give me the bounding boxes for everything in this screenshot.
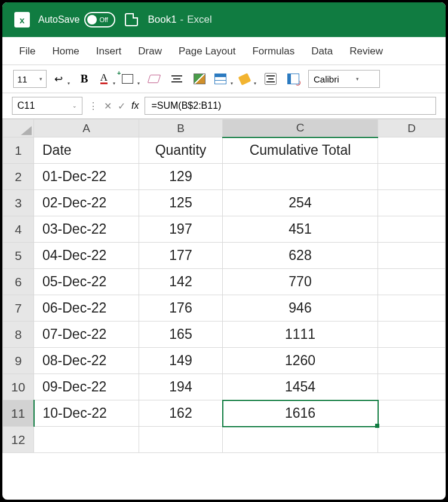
cell-C9[interactable]: 1260 [223,348,378,374]
row-header[interactable]: 10 [3,374,34,400]
save-button[interactable] [124,11,139,28]
cell-C7[interactable]: 946 [223,295,378,322]
cell-B7[interactable]: 176 [139,295,223,322]
app-name: Excel [187,14,212,26]
cell-D6[interactable] [378,269,446,295]
formula-input[interactable]: =SUM(B$2:B11) [145,97,436,115]
cell-D2[interactable] [378,164,446,190]
autosave-toggle[interactable]: AutoSave Off [38,12,115,27]
font-color-button[interactable]: A [99,71,115,87]
cell-C5[interactable]: 628 [223,243,378,269]
cell-A11[interactable]: 10-Dec-22 [34,400,139,427]
cell-A10[interactable]: 09-Dec-22 [34,374,139,400]
cell-A3[interactable]: 02-Dec-22 [34,190,139,216]
fill-color-button[interactable] [240,71,256,87]
row-header[interactable]: 11 [3,400,34,427]
clear-format-button[interactable] [146,71,162,87]
cell-C2[interactable] [223,164,378,190]
excel-logo-icon: x [14,12,30,27]
cell-D8[interactable] [378,322,446,348]
cell-A7[interactable]: 06-Dec-22 [34,295,139,322]
tab-data[interactable]: Data [311,45,333,57]
cell-A1[interactable]: Date [34,137,139,164]
cell-C6[interactable]: 770 [223,269,378,295]
row-header[interactable]: 3 [3,190,34,216]
align-button[interactable] [169,71,185,87]
tab-insert[interactable]: Insert [96,45,122,57]
row-header[interactable]: 9 [3,348,34,374]
cancel-icon[interactable]: ✕ [104,100,112,112]
cell-B8[interactable]: 165 [139,322,223,348]
cell-C4[interactable]: 451 [223,216,378,243]
cell-A2[interactable]: 01-Dec-22 [34,164,139,190]
row-header[interactable]: 5 [3,243,34,269]
cell-A9[interactable]: 08-Dec-22 [34,348,139,374]
col-header-b[interactable]: B [139,120,223,137]
cell-B12[interactable] [139,427,223,453]
font-size-selector[interactable]: 11 ▾ [13,70,47,88]
cell-A5[interactable]: 04-Dec-22 [34,243,139,269]
insert-row-button[interactable]: ↩ [54,71,69,87]
font-name-selector[interactable]: Calibri ▾ [308,70,380,88]
cell-A12[interactable] [34,427,139,453]
cell-D5[interactable] [378,243,446,269]
chevron-down-icon: ▾ [39,76,42,82]
cell-D1[interactable] [378,137,446,164]
enter-icon[interactable]: ✓ [118,100,125,112]
cell-C12[interactable] [223,427,378,453]
cell-D10[interactable] [378,374,446,400]
cell-A8[interactable]: 07-Dec-22 [34,322,139,348]
tab-draw[interactable]: Draw [138,45,162,57]
cell-D12[interactable] [378,427,446,453]
cell-C10[interactable]: 1454 [223,374,378,400]
vertical-dots-icon[interactable]: ⋮ [88,100,98,112]
row-header[interactable]: 6 [3,269,34,295]
cell-B6[interactable]: 142 [139,269,223,295]
row-header[interactable]: 12 [3,427,34,453]
fx-label[interactable]: fx [131,100,139,111]
conditional-format-button[interactable] [192,71,207,87]
cell-B5[interactable]: 177 [139,243,223,269]
cell-C3[interactable]: 254 [223,190,378,216]
cell-B3[interactable]: 125 [139,190,223,216]
cell-D11[interactable] [378,400,446,427]
format-table-button[interactable] [214,71,232,87]
conditional-format-icon [194,74,205,84]
cell-C1[interactable]: Cumulative Total [223,137,378,164]
row-header[interactable]: 8 [3,322,34,348]
cell-B10[interactable]: 194 [139,374,223,400]
insert-cells-button[interactable] [122,71,139,87]
cell-D3[interactable] [378,190,446,216]
freeze-panes-button[interactable] [286,71,301,87]
cell-D9[interactable] [378,348,446,374]
tab-review[interactable]: Review [349,45,383,57]
tab-file[interactable]: File [19,45,35,57]
cell-D7[interactable] [378,295,446,322]
select-all-corner[interactable] [3,120,34,137]
tab-home[interactable]: Home [52,45,79,57]
cell-A4[interactable]: 03-Dec-22 [34,216,139,243]
cell-A6[interactable]: 05-Dec-22 [34,269,139,295]
cell-B11[interactable]: 162 [139,400,223,427]
col-header-d[interactable]: D [378,120,446,137]
row-header[interactable]: 2 [3,164,34,190]
cell-B2[interactable]: 129 [139,164,223,190]
row-header[interactable]: 7 [3,295,34,322]
cell-B4[interactable]: 197 [139,216,223,243]
col-header-c[interactable]: C [223,120,378,137]
insert-cells-icon [122,74,133,84]
name-box[interactable]: C11 ⌄ [12,97,82,115]
cell-B9[interactable]: 149 [139,348,223,374]
cell-D4[interactable] [378,216,446,243]
tab-page-layout[interactable]: Page Layout [179,45,235,57]
bold-button[interactable]: B [76,71,92,87]
cell-B1[interactable]: Quantity [139,137,223,164]
center-align-button[interactable] [263,71,278,87]
col-header-a[interactable]: A [34,120,139,137]
cell-C8[interactable]: 1111 [223,322,378,348]
spreadsheet-grid[interactable]: A B C D 1DateQuantityCumulative Total201… [2,119,446,500]
cell-C11[interactable]: 1616 [223,400,378,427]
row-header[interactable]: 1 [3,137,34,164]
tab-formulas[interactable]: Formulas [252,45,294,57]
row-header[interactable]: 4 [3,216,34,243]
